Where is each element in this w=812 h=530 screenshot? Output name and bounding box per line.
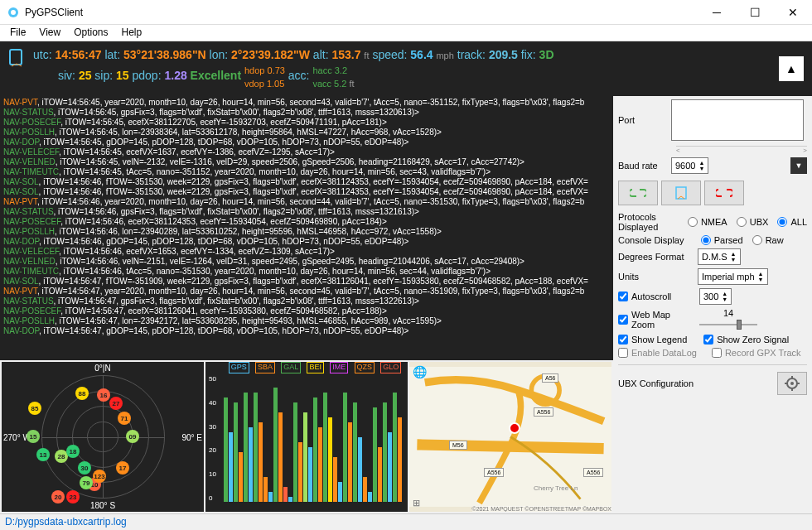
autoscroll-spinner[interactable]: 300▲▼ — [699, 288, 732, 305]
console-line: NAV-TIMEUTC, iTOW=14:56:46, tAcc=5, nano… — [3, 267, 610, 277]
signal-bar — [239, 452, 243, 502]
signal-bar — [378, 447, 382, 502]
signal-bar — [229, 432, 233, 502]
map-attribution: ©2021 MAPQUEST ©OPENSTREETMAP ©MAPBOX — [472, 506, 611, 512]
signal-bar — [268, 492, 273, 502]
autoscroll-checkbox[interactable] — [618, 292, 628, 301]
minimize-button[interactable]: ─ — [698, 0, 736, 25]
open-file-button[interactable] — [661, 181, 701, 205]
settings-expand-icon[interactable]: ▼ — [790, 157, 807, 174]
port-listbox[interactable] — [671, 99, 804, 141]
lon-value: 2°23'39.182"W — [231, 48, 310, 61]
showzero-label: Show Zero Signal — [717, 335, 789, 344]
maximize-button[interactable]: ☐ — [736, 0, 774, 25]
console-line: NAV-PVT, iTOW=14:56:45, year=2020, month… — [3, 98, 610, 108]
alt-unit: ft — [364, 51, 369, 60]
map-pin-icon — [509, 422, 520, 434]
baud-label: Baud rate — [618, 161, 668, 171]
protocols-label: Protocols Displayed — [618, 212, 679, 232]
sip-value: 15 — [116, 69, 129, 82]
road-label: A556 — [583, 468, 603, 477]
console-raw-radio[interactable] — [752, 235, 762, 245]
sip-label: sip: — [94, 69, 113, 82]
map-svg — [409, 362, 611, 512]
signal-bar — [283, 487, 288, 502]
showlegend-checkbox[interactable] — [618, 335, 628, 344]
legend-item: GAL — [281, 362, 301, 373]
gpx-label: Record GPX Track — [725, 348, 801, 358]
gpx-checkbox[interactable] — [712, 348, 722, 358]
status-path: D:/pygpsdata-ubxcartrip.log — [5, 516, 127, 528]
autoscroll-label: Autoscroll — [631, 292, 696, 301]
console-line: NAV-STATUS, iTOW=14:56:45, gpsFix=3, fla… — [3, 108, 610, 118]
signal-bar — [224, 398, 228, 502]
settings-panel: Port <> Baud rate 9600▲▼ ▼ Protocols Dis… — [613, 96, 812, 513]
speed-unit: mph — [436, 51, 453, 60]
datalog-checkbox[interactable] — [618, 348, 628, 358]
road-label: A56 — [542, 373, 558, 383]
protocol-nmea-radio[interactable] — [688, 217, 698, 227]
signal-bar — [293, 402, 297, 502]
console-output[interactable]: NAV-PVT, iTOW=14:56:45, year=2020, month… — [0, 96, 613, 360]
expand-button[interactable]: ▲ — [779, 56, 804, 81]
zoom-slider[interactable] — [699, 318, 757, 331]
map-layers-icon[interactable]: ⊞ — [413, 498, 420, 508]
protocol-ubx-radio[interactable] — [737, 217, 747, 227]
degrees-spinner[interactable]: D.M.S▲▼ — [698, 248, 741, 265]
close-button[interactable]: ✕ — [774, 0, 812, 25]
console-line: NAV-POSLLH, iTOW=14:56:46, lon=-23940289… — [3, 227, 610, 237]
baud-spinner[interactable]: 9600▲▼ — [671, 157, 708, 174]
signal-bar — [338, 482, 342, 502]
console-parsed-radio[interactable] — [701, 235, 711, 245]
signal-bar — [373, 407, 377, 502]
menu-options[interactable]: Options — [67, 25, 114, 41]
menubar: File View Options Help — [0, 25, 812, 41]
titlebar: PyGPSClient ─ ☐ ✕ — [0, 0, 812, 25]
map-panel[interactable]: A56 A556 M56 A556 A556 Cherry Tree Ln 🌐 … — [409, 362, 611, 512]
menu-file[interactable]: File — [3, 25, 32, 41]
signal-bar — [303, 412, 307, 502]
legend-item: SBA — [255, 362, 275, 373]
units-spinner[interactable]: Imperial mph▲▼ — [698, 268, 768, 285]
signal-bar — [388, 432, 392, 502]
signal-bar — [353, 402, 357, 502]
port-label: Port — [618, 115, 668, 125]
console-line: NAV-DOP, iTOW=14:56:45, gDOP=145, pDOP=1… — [3, 137, 610, 147]
zoom-value: 14 — [723, 308, 733, 318]
signal-bar — [273, 388, 278, 502]
ubxconfig-label: UBX Configuration — [618, 378, 694, 388]
console-line: NAV-POSLLH, iTOW=14:56:47, lon=-23942172… — [3, 316, 610, 326]
app-icon — [7, 6, 20, 19]
connect-button[interactable] — [618, 181, 658, 205]
svg-rect-5 — [676, 187, 686, 199]
info-banner: utc: 14:56:47 lat: 53°21'38.986"N lon: 2… — [0, 41, 812, 96]
signal-panel: GPSSBAGALBEIIMEQZSGLO 01020304050 — [205, 362, 408, 512]
lat-value: 53°21'38.986"N — [123, 48, 206, 61]
console-line: NAV-POSLLH, iTOW=14:56:45, lon=-23938364… — [3, 128, 610, 137]
menu-help[interactable]: Help — [115, 25, 149, 41]
signal-bar — [234, 402, 238, 502]
showzero-checkbox[interactable] — [703, 335, 713, 344]
signal-bar — [308, 447, 312, 502]
banner-icon — [8, 48, 25, 75]
legend-item: QZS — [355, 362, 375, 373]
pdop-label: pdop: — [133, 69, 162, 82]
acc-label: acc: — [288, 69, 310, 82]
console-line: NAV-SOL, iTOW=14:56:47, fTOW=-351909, we… — [3, 277, 610, 287]
webmap-label: Web Map Zoom — [631, 310, 696, 330]
degrees-label: Degrees Format — [618, 252, 694, 262]
satellite-dot: 17 — [116, 461, 129, 475]
disconnect-button[interactable] — [704, 181, 744, 205]
webmap-checkbox[interactable] — [618, 315, 628, 325]
menu-view[interactable]: View — [32, 25, 67, 41]
protocol-all-radio[interactable] — [777, 217, 787, 227]
legend-item: GLO — [380, 362, 401, 373]
signal-bar — [383, 402, 387, 502]
speed-label: speed: — [372, 48, 407, 61]
road-label: M56 — [449, 441, 467, 450]
signal-bar — [259, 422, 263, 502]
window-title: PyGPSClient — [25, 7, 805, 18]
console-line: NAV-STATUS, iTOW=14:56:46, gpsFix=3, fla… — [3, 207, 610, 217]
ubx-config-button[interactable] — [777, 372, 807, 395]
track-value: 209.5 — [489, 48, 518, 61]
